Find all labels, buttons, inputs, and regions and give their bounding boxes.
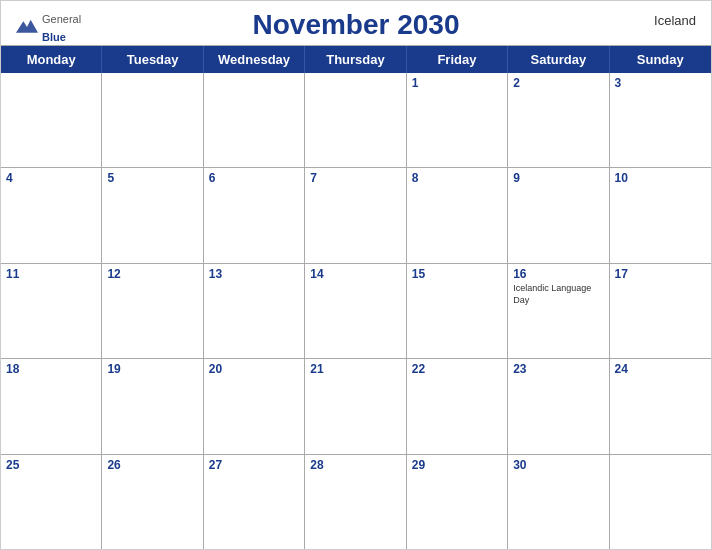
day-cell: 29	[407, 455, 508, 549]
day-number: 8	[412, 171, 502, 185]
day-number: 26	[107, 458, 197, 472]
day-number: 15	[412, 267, 502, 281]
calendar-container: General Blue November 2030 Iceland Monda…	[0, 0, 712, 550]
day-cell: 12	[102, 264, 203, 358]
week-row-3: 111213141516Icelandic Language Day17	[1, 264, 711, 359]
day-cell: 9	[508, 168, 609, 262]
day-cell: 11	[1, 264, 102, 358]
day-number: 10	[615, 171, 706, 185]
week-row-5: 252627282930	[1, 455, 711, 549]
day-header-friday: Friday	[407, 46, 508, 73]
day-header-monday: Monday	[1, 46, 102, 73]
day-cell: 22	[407, 359, 508, 453]
day-cell: 8	[407, 168, 508, 262]
day-number: 20	[209, 362, 299, 376]
calendar-header: General Blue November 2030 Iceland	[1, 1, 711, 45]
day-header-tuesday: Tuesday	[102, 46, 203, 73]
day-cell: 2	[508, 73, 609, 167]
weeks-container: 12345678910111213141516Icelandic Languag…	[1, 73, 711, 549]
day-cell: 30	[508, 455, 609, 549]
day-cell: 10	[610, 168, 711, 262]
day-headers-row: MondayTuesdayWednesdayThursdayFridaySatu…	[1, 46, 711, 73]
day-number: 16	[513, 267, 603, 281]
day-cell	[305, 73, 406, 167]
day-cell	[204, 73, 305, 167]
day-cell: 3	[610, 73, 711, 167]
logo-icon	[16, 18, 38, 36]
day-cell: 1	[407, 73, 508, 167]
day-number: 5	[107, 171, 197, 185]
day-cell: 19	[102, 359, 203, 453]
day-header-thursday: Thursday	[305, 46, 406, 73]
day-number: 24	[615, 362, 706, 376]
day-cell: 7	[305, 168, 406, 262]
country-label: Iceland	[654, 13, 696, 28]
day-cell: 23	[508, 359, 609, 453]
day-cell: 28	[305, 455, 406, 549]
day-cell	[1, 73, 102, 167]
day-cell: 20	[204, 359, 305, 453]
calendar-grid: MondayTuesdayWednesdayThursdayFridaySatu…	[1, 45, 711, 549]
event-label: Icelandic Language Day	[513, 283, 603, 306]
day-number: 13	[209, 267, 299, 281]
day-cell: 14	[305, 264, 406, 358]
day-number: 27	[209, 458, 299, 472]
day-cell	[610, 455, 711, 549]
day-number: 21	[310, 362, 400, 376]
day-number: 30	[513, 458, 603, 472]
day-cell: 13	[204, 264, 305, 358]
day-number: 28	[310, 458, 400, 472]
day-cell: 25	[1, 455, 102, 549]
day-cell: 26	[102, 455, 203, 549]
logo-blue: Blue	[42, 31, 66, 43]
day-number: 23	[513, 362, 603, 376]
week-row-4: 18192021222324	[1, 359, 711, 454]
day-number: 9	[513, 171, 603, 185]
day-number: 1	[412, 76, 502, 90]
week-row-2: 45678910	[1, 168, 711, 263]
day-cell: 27	[204, 455, 305, 549]
day-number: 2	[513, 76, 603, 90]
day-cell: 24	[610, 359, 711, 453]
day-header-saturday: Saturday	[508, 46, 609, 73]
day-number: 19	[107, 362, 197, 376]
svg-marker-0	[16, 20, 38, 33]
day-cell	[102, 73, 203, 167]
day-number: 29	[412, 458, 502, 472]
logo-area: General Blue	[16, 9, 81, 45]
day-cell: 18	[1, 359, 102, 453]
day-cell: 21	[305, 359, 406, 453]
day-cell: 15	[407, 264, 508, 358]
day-cell: 16Icelandic Language Day	[508, 264, 609, 358]
day-header-wednesday: Wednesday	[204, 46, 305, 73]
day-number: 12	[107, 267, 197, 281]
week-row-1: 123	[1, 73, 711, 168]
day-cell: 5	[102, 168, 203, 262]
day-number: 7	[310, 171, 400, 185]
day-number: 25	[6, 458, 96, 472]
logo-text: General Blue	[42, 9, 81, 45]
day-number: 22	[412, 362, 502, 376]
day-number: 3	[615, 76, 706, 90]
day-number: 14	[310, 267, 400, 281]
day-number: 6	[209, 171, 299, 185]
day-number: 17	[615, 267, 706, 281]
day-number: 4	[6, 171, 96, 185]
day-cell: 17	[610, 264, 711, 358]
logo-general: General	[42, 13, 81, 25]
page-title: November 2030	[252, 9, 459, 41]
day-number: 11	[6, 267, 96, 281]
day-number: 18	[6, 362, 96, 376]
day-cell: 6	[204, 168, 305, 262]
day-cell: 4	[1, 168, 102, 262]
day-header-sunday: Sunday	[610, 46, 711, 73]
